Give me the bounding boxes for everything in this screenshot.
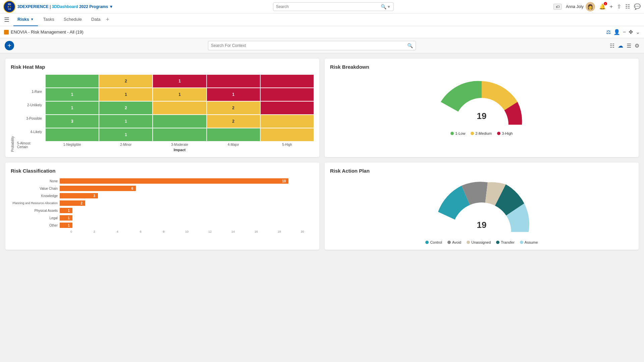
x-label-2: 2-Minor — [99, 143, 153, 146]
x-label-4: 4-Major — [207, 143, 260, 146]
legend-assume-dot — [520, 241, 523, 244]
bar-physical: Physical Assets 1 — [11, 208, 314, 213]
tab-tasks[interactable]: Tasks — [39, 13, 58, 26]
risk-action-plan-chart: 19 Control Avoid Unassigned Transfer — [330, 178, 633, 244]
orange-indicator — [4, 30, 9, 35]
content-title-text: ENOVIA - Risk Management - All (19) — [11, 29, 84, 35]
bar-value-chain: Value Chain 6 — [11, 186, 314, 191]
x-axis: 1-Negligible 2-Minor 3-Moderate 4-Major … — [45, 143, 314, 146]
filter-icon[interactable]: ⚖ — [606, 29, 611, 35]
cell-3-2 — [153, 115, 206, 128]
bar-label-knowledge: Knowledge — [11, 194, 58, 198]
tab-risks[interactable]: Risks ▼ — [13, 13, 38, 26]
bar-track-other: 1 — [60, 223, 314, 228]
legend-unassigned-label: Unassigned — [471, 240, 491, 244]
legend-transfer: Transfer — [496, 240, 515, 244]
user-name: Anna Joly — [566, 4, 584, 9]
filter-right-icon[interactable]: ☷ — [610, 43, 614, 49]
risk-breakdown-title: Risk Breakdown — [330, 64, 633, 70]
x-axis-title: Impact — [45, 148, 314, 152]
cell-4-0 — [45, 128, 99, 141]
bar-label-legal: Legal — [11, 216, 58, 220]
tab-data-label: Data — [91, 17, 100, 22]
cell-0-4 — [260, 74, 314, 88]
cell-2-0: 1 — [45, 101, 99, 115]
add-button[interactable]: + — [5, 41, 14, 50]
user-avatar[interactable]: 👩 — [586, 2, 595, 11]
cell-1-3: 1 — [207, 88, 260, 101]
tab-tasks-label: Tasks — [43, 17, 54, 22]
cell-1-1: 1 — [99, 88, 153, 101]
context-search[interactable]: 🔍 — [208, 41, 416, 50]
collapse-icon[interactable]: ⌄ — [636, 29, 640, 35]
risk-action-plan-title: Risk Action Plan — [330, 168, 633, 174]
cell-4-2 — [153, 128, 206, 141]
apps-icon[interactable]: ☷ — [625, 3, 630, 10]
legend-low-dot — [450, 132, 454, 135]
bar-fill-planning: 2 — [60, 200, 85, 206]
y-label-5: 1-Rare — [32, 85, 44, 98]
cell-0-2: 1 — [153, 74, 206, 88]
tick-10: 10 — [175, 230, 199, 233]
context-search-icon[interactable]: 🔍 — [407, 43, 413, 48]
risk-breakdown-chart: 19 1-Low 2-Medium 3-High — [330, 74, 633, 135]
expand-icon[interactable]: ✥ — [629, 29, 633, 35]
logo-icon[interactable]: 3D ▶ II Y.R — [3, 1, 15, 13]
action-plan-legend: Control Avoid Unassigned Transfer Assume — [425, 240, 538, 244]
tick-20: 20 — [291, 230, 314, 233]
search-icon[interactable]: 🔍 — [381, 4, 386, 9]
nav-right: 🏷 Anna Joly 👩 🔔 3 + ⇧ ☷ 💬 — [553, 2, 641, 11]
chat-icon[interactable]: 💬 — [634, 3, 641, 10]
y-axis-labels: 5-Almost Certain 4-Likely 3-Possible 2-U… — [17, 74, 44, 152]
bar-label-planning: Planning and Resource Allocation — [11, 201, 58, 205]
tick-14: 14 — [221, 230, 245, 233]
tab-risks-dropdown[interactable]: ▼ — [31, 17, 34, 21]
bar-label-physical: Physical Assets — [11, 209, 58, 213]
action-plan-donut-wrapper: 19 — [431, 178, 532, 237]
nav-search-box[interactable]: 🔍 ▼ — [273, 2, 394, 11]
plus-icon[interactable]: + — [610, 4, 613, 10]
legend-assume: Assume — [520, 240, 538, 244]
legend-avoid-label: Avoid — [452, 240, 461, 244]
content-title: ENOVIA - Risk Management - All (19) — [4, 29, 603, 35]
share-icon[interactable]: ⇧ — [617, 3, 621, 10]
hamburger-menu[interactable]: ☰ — [4, 16, 9, 23]
bar-planning: Planning and Resource Allocation 2 — [11, 200, 314, 206]
second-nav: ☰ Risks ▼ Tasks Schedule Data + — [0, 13, 644, 26]
legend-medium: 2-Medium — [471, 131, 492, 135]
main-grid: Risk Heat Map Probability 5-Almost Certa… — [0, 53, 644, 255]
brand-text: 3DEXPERIENCE | 3DDashboard 2022 Programs… — [17, 4, 113, 9]
semi-donut-wrapper: 19 — [435, 74, 529, 128]
legend-low-label: 1-Low — [455, 131, 465, 135]
content-bar: ENOVIA - Risk Management - All (19) ⚖ 👤 … — [0, 26, 644, 38]
legend-high: 3-High — [497, 131, 513, 135]
bar-fill-other: 1 — [60, 223, 72, 228]
add-tab-icon[interactable]: + — [106, 16, 110, 23]
bar-fill-legal: 1 — [60, 215, 72, 221]
bar-track-none: 18 — [60, 178, 314, 184]
cell-0-1: 2 — [99, 74, 153, 88]
bar-fill-value-chain: 6 — [60, 186, 136, 191]
cell-3-4 — [260, 115, 314, 128]
notification-bell[interactable]: 🔔 3 — [599, 3, 606, 10]
context-search-input[interactable] — [211, 43, 407, 48]
brand-logo: 3D ▶ II Y.R 3DEXPERIENCE | 3DDashboard 2… — [3, 1, 113, 13]
cell-1-2: 1 — [153, 88, 206, 101]
legend-assume-label: Assume — [525, 240, 538, 244]
search-input[interactable] — [276, 4, 381, 9]
minus-icon[interactable]: − — [623, 29, 626, 35]
settings-icon[interactable]: ⚙ — [635, 43, 639, 49]
tag-icon[interactable]: 🏷 — [553, 4, 562, 10]
cloud-icon[interactable]: ☁ — [618, 43, 623, 49]
tab-data[interactable]: Data — [87, 13, 104, 26]
legend-avoid-dot — [447, 241, 451, 244]
bar-track-value-chain: 6 — [60, 186, 314, 191]
list-icon[interactable]: ☰ — [627, 43, 631, 49]
tab-schedule[interactable]: Schedule — [60, 13, 86, 26]
legend-control: Control — [425, 240, 442, 244]
bar-fill-none: 18 — [60, 178, 288, 184]
search-dropdown-icon[interactable]: ▼ — [387, 5, 391, 9]
risk-heat-map-card: Risk Heat Map Probability 5-Almost Certa… — [5, 59, 319, 157]
legend-low: 1-Low — [450, 131, 465, 135]
person-icon[interactable]: 👤 — [613, 29, 620, 35]
